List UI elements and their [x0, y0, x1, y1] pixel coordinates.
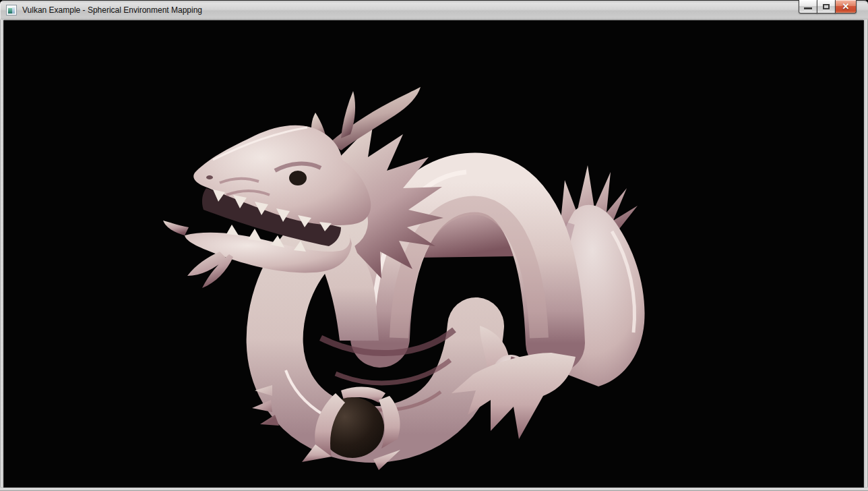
titlebar[interactable]: Vulkan Example - Spherical Environment M…: [0, 0, 868, 20]
maximize-button[interactable]: [817, 0, 836, 13]
minimize-icon: [804, 7, 812, 9]
nostril: [206, 175, 213, 179]
app-window: Vulkan Example - Spherical Environment M…: [0, 0, 868, 491]
app-icon-blue-block: [12, 7, 15, 13]
frame-right: [863, 20, 868, 491]
minimize-button[interactable]: [799, 0, 817, 13]
dragon-eye: [289, 171, 307, 185]
caption-button-group: ✕: [799, 0, 857, 13]
window-title: Vulkan Example - Spherical Environment M…: [22, 1, 202, 20]
frame-bottom: [0, 487, 868, 491]
render-viewport[interactable]: [4, 21, 863, 487]
close-icon: ✕: [836, 1, 856, 13]
application-icon[interactable]: [6, 5, 17, 16]
maximize-icon: [823, 4, 830, 9]
close-button[interactable]: ✕: [835, 0, 857, 13]
dragon-render: [4, 21, 863, 487]
